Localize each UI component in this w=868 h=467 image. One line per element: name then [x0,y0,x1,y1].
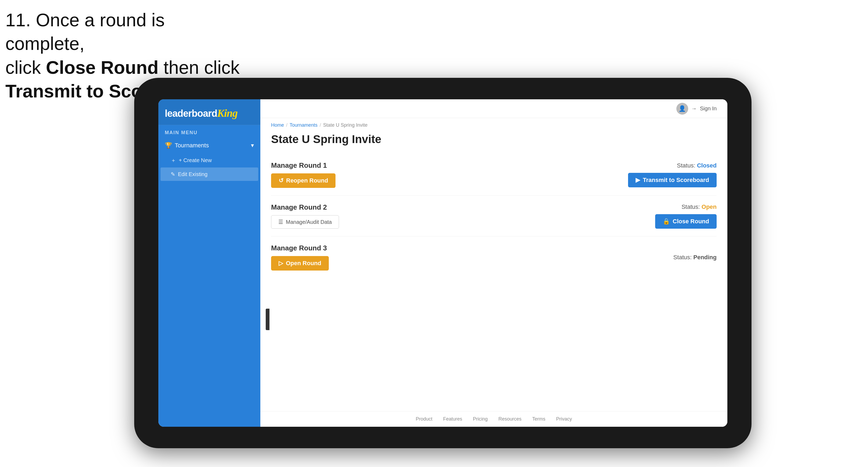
round-1-section: Manage Round 1 ↺ Reopen Round Status: Cl… [271,154,717,196]
round-3-status-value: Pending [693,254,717,260]
footer-privacy[interactable]: Privacy [556,416,572,422]
avatar: 👤 [676,103,688,115]
breadcrumb-home[interactable]: Home [271,122,284,128]
sign-in-area[interactable]: 👤 → Sign In [676,103,717,115]
create-new-label: + Create New [179,157,212,163]
round-1-status: Status: Closed [677,162,717,169]
sign-in-icon: → [691,105,697,112]
breadcrumb-tournaments[interactable]: Tournaments [289,122,317,128]
reopen-icon: ↺ [279,177,283,184]
round-1-status-value: Closed [697,162,717,169]
round-1-left: Manage Round 1 ↺ Reopen Round [271,161,336,188]
round-3-status: Status: Pending [674,254,717,261]
transmit-icon: ▶ [636,177,640,184]
round-3-section: Manage Round 3 ▷ Open Round Status: Pend… [271,237,717,278]
manage-audit-label: Manage/Audit Data [286,219,332,225]
breadcrumb-sep1: / [286,122,287,128]
sidebar-logo: leaderboardKing [158,99,260,125]
edit-existing-label: Edit Existing [178,171,208,178]
reopen-round-label: Reopen Round [286,177,328,184]
tablet-side-button [266,309,270,330]
round-3-left: Manage Round 3 ▷ Open Round [271,244,329,271]
round-2-section: Manage Round 2 ☰ Manage/Audit Data Statu… [271,196,717,237]
open-round-label: Open Round [286,260,321,267]
plus-icon: ＋ [171,157,176,164]
round-3-title: Manage Round 3 [271,244,329,252]
breadcrumb-sep2: / [320,122,321,128]
round-2-right: Status: Open 🔒 Close Round [655,204,717,229]
round-3-right: Status: Pending [674,254,717,261]
sidebar-item-create-new[interactable]: ＋ + Create New [158,153,260,167]
breadcrumb-current: State U Spring Invite [323,122,367,128]
app-footer: Product Features Pricing Resources Terms… [260,411,727,427]
user-icon: 👤 [679,105,686,112]
round-2-left: Manage Round 2 ☰ Manage/Audit Data [271,203,339,229]
close-round-button[interactable]: 🔒 Close Round [655,214,717,229]
round-1-title: Manage Round 1 [271,161,336,169]
tournaments-label: Tournaments [175,142,209,149]
manage-audit-button[interactable]: ☰ Manage/Audit Data [271,215,339,229]
open-icon: ▷ [279,260,283,267]
trophy-icon: 🏆 [165,142,172,149]
main-content: 👤 → Sign In Home / Tournaments / State U… [260,99,727,427]
close-round-label: Close Round [673,218,709,225]
round-1-right: Status: Closed ▶ Transmit to Scoreboard [628,162,717,187]
sidebar-item-tournaments[interactable]: 🏆 Tournaments ▾ [158,138,260,153]
audit-icon: ☰ [278,219,283,225]
sidebar-item-edit-existing[interactable]: ✎ Edit Existing [160,167,258,181]
round-2-status-value: Open [702,204,717,210]
top-nav: 👤 → Sign In [260,99,727,118]
tablet-screen: leaderboardKing MAIN MENU 🏆 Tournaments … [158,99,727,427]
transmit-scoreboard-label: Transmit to Scoreboard [643,177,709,184]
logo-brand: King [217,107,238,119]
footer-terms[interactable]: Terms [532,416,546,422]
tablet-device: leaderboardKing MAIN MENU 🏆 Tournaments … [134,78,751,448]
breadcrumb: Home / Tournaments / State U Spring Invi… [260,118,727,130]
chevron-down-icon: ▾ [251,142,254,149]
reopen-round-button[interactable]: ↺ Reopen Round [271,174,336,188]
logo: leaderboardKing [165,107,254,119]
sidebar: leaderboardKing MAIN MENU 🏆 Tournaments … [158,99,260,427]
transmit-scoreboard-button[interactable]: ▶ Transmit to Scoreboard [628,173,717,187]
app-layout: leaderboardKing MAIN MENU 🏆 Tournaments … [158,99,727,427]
page-title: State U Spring Invite [271,133,717,146]
close-icon: 🔒 [663,218,670,225]
sign-in-label: Sign In [700,105,717,112]
open-round-button[interactable]: ▷ Open Round [271,256,329,271]
footer-product[interactable]: Product [416,416,432,422]
footer-features[interactable]: Features [443,416,462,422]
footer-pricing[interactable]: Pricing [473,416,488,422]
round-2-status: Status: Open [681,204,717,210]
main-menu-label: MAIN MENU [158,125,260,138]
round-2-title: Manage Round 2 [271,203,339,212]
edit-icon: ✎ [171,171,175,178]
page-content: State U Spring Invite Manage Round 1 ↺ R… [260,130,727,411]
footer-resources[interactable]: Resources [498,416,522,422]
